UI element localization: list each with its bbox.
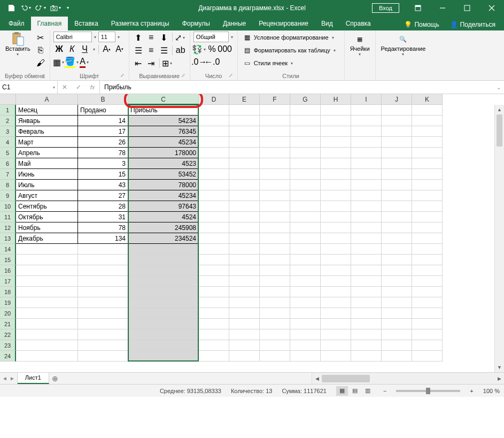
row-header[interactable]: 14 (0, 244, 16, 255)
currency-icon[interactable]: 💱▾ (193, 43, 205, 55)
decrease-indent-icon[interactable]: ⇤ (133, 57, 144, 69)
cell[interactable] (260, 255, 290, 265)
cell[interactable] (382, 244, 412, 255)
cell[interactable] (321, 116, 351, 126)
cell[interactable] (16, 287, 78, 297)
cell[interactable] (16, 297, 78, 308)
cell[interactable] (412, 351, 443, 362)
column-header-I[interactable]: I (351, 94, 382, 105)
cell[interactable] (16, 329, 78, 340)
cell[interactable] (260, 308, 290, 319)
cell[interactable] (78, 287, 128, 297)
cell[interactable] (321, 265, 351, 276)
cell[interactable] (199, 222, 229, 233)
cell[interactable] (321, 287, 351, 297)
cell[interactable] (229, 116, 260, 126)
page-layout-view-icon[interactable]: ▤ (349, 386, 361, 396)
cell[interactable] (229, 201, 260, 212)
cell[interactable] (290, 169, 321, 180)
sheet-tab[interactable]: Лист1 (18, 373, 49, 384)
add-sheet-button[interactable]: ⊕ (49, 373, 61, 384)
cell[interactable]: 45234 (128, 190, 199, 201)
cell[interactable]: Декабрь (16, 233, 78, 244)
tab-view[interactable]: Вид (315, 17, 339, 30)
cell[interactable] (229, 319, 260, 329)
cells-button[interactable]: ▦ Ячейки ▾ (348, 32, 372, 58)
cell[interactable] (229, 276, 260, 287)
cell[interactable] (412, 158, 443, 169)
cell[interactable] (412, 308, 443, 319)
cell[interactable] (16, 265, 78, 276)
cell[interactable] (321, 329, 351, 340)
row-header[interactable]: 5 (0, 148, 16, 158)
cell[interactable] (260, 116, 290, 126)
cut-icon[interactable]: ✂ (35, 32, 46, 43)
cell[interactable] (199, 340, 229, 351)
share-button[interactable]: 👤Поделиться (446, 19, 500, 30)
cell[interactable] (351, 212, 382, 222)
select-all-corner[interactable] (0, 94, 16, 105)
cell[interactable] (351, 287, 382, 297)
cell[interactable] (412, 212, 443, 222)
cell[interactable] (260, 233, 290, 244)
cell[interactable]: Июнь (16, 169, 78, 180)
cell[interactable] (382, 255, 412, 265)
cell[interactable] (290, 148, 321, 158)
cell[interactable] (290, 329, 321, 340)
cell[interactable] (412, 105, 443, 116)
cell[interactable] (199, 180, 229, 190)
horizontal-scrollbar[interactable]: ◀ ▶ (312, 373, 504, 384)
cell[interactable] (321, 244, 351, 255)
cell[interactable] (199, 244, 229, 255)
row-header[interactable]: 10 (0, 201, 16, 212)
cell[interactable] (412, 126, 443, 137)
fill-color-icon[interactable]: 🪣▾ (66, 56, 78, 68)
cell[interactable] (260, 287, 290, 297)
borders-icon[interactable]: ▦▾ (53, 56, 65, 68)
cell[interactable]: 234524 (128, 233, 199, 244)
cell[interactable] (290, 351, 321, 362)
cell[interactable] (199, 297, 229, 308)
normal-view-icon[interactable]: ▦ (336, 386, 348, 396)
cell[interactable] (290, 126, 321, 137)
cell[interactable]: 78 (78, 222, 128, 233)
cell[interactable] (260, 158, 290, 169)
cell[interactable] (199, 276, 229, 287)
cell[interactable] (382, 297, 412, 308)
column-header-G[interactable]: G (290, 94, 321, 105)
cell[interactable] (321, 276, 351, 287)
cell[interactable] (382, 351, 412, 362)
cell[interactable] (199, 148, 229, 158)
cell[interactable] (382, 169, 412, 180)
grow-font-icon[interactable]: A▴ (101, 43, 113, 55)
cell[interactable] (260, 169, 290, 180)
tab-data[interactable]: Данные (216, 17, 252, 30)
sheet-nav[interactable]: ◄► (0, 373, 18, 384)
cell[interactable] (78, 297, 128, 308)
cell[interactable]: 178000 (128, 148, 199, 158)
cell[interactable]: Октябрь (16, 212, 78, 222)
formula-input[interactable] (100, 81, 493, 94)
cell[interactable] (382, 319, 412, 329)
cell[interactable] (16, 244, 78, 255)
row-header[interactable]: 16 (0, 265, 16, 276)
fx-icon[interactable]: fx (86, 81, 99, 94)
increase-decimal-icon[interactable]: .0→ (193, 56, 205, 68)
cell[interactable] (229, 105, 260, 116)
column-header-H[interactable]: H (321, 94, 351, 105)
bold-button[interactable]: Ж (53, 43, 65, 55)
paste-button[interactable]: Вставить ▾ (3, 32, 33, 58)
align-middle-icon[interactable]: ≡ (145, 32, 157, 43)
row-header[interactable]: 24 (0, 351, 16, 362)
cell[interactable] (321, 148, 351, 158)
cell[interactable] (412, 180, 443, 190)
row-header[interactable]: 19 (0, 297, 16, 308)
cell[interactable] (382, 212, 412, 222)
tab-page-layout[interactable]: Разметка страницы (105, 17, 176, 30)
cell[interactable] (199, 319, 229, 329)
cell[interactable] (382, 265, 412, 276)
cell[interactable] (382, 190, 412, 201)
cell[interactable] (199, 351, 229, 362)
row-header[interactable]: 1 (0, 105, 16, 116)
comma-icon[interactable]: 000 (219, 43, 231, 55)
